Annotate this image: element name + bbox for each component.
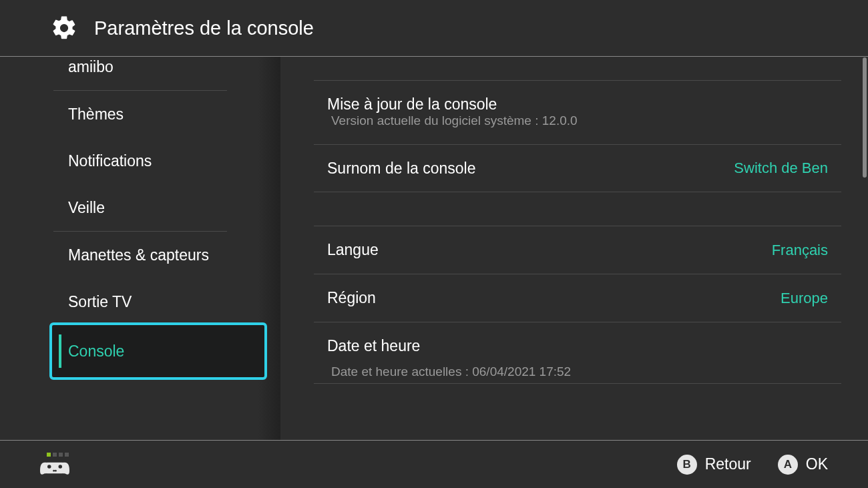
row-label: Surnom de la console: [327, 160, 475, 178]
row-console-nickname[interactable]: Surnom de la console Switch de Ben: [314, 144, 841, 192]
svg-rect-0: [45, 462, 65, 473]
settings-sidebar: amiibo Thèmes Notifications Veille Manet…: [0, 57, 280, 440]
b-button-icon: B: [677, 455, 697, 475]
controller-icon: [40, 459, 69, 477]
sidebar-item-label: Thèmes: [68, 105, 124, 124]
sidebar-item-label: Manettes & capteurs: [68, 246, 209, 264]
sidebar-item-sleep[interactable]: Veille: [0, 184, 280, 231]
sidebar-item-notifications[interactable]: Notifications: [0, 138, 280, 184]
row-system-update-subtext: Version actuelle du logiciel système : 1…: [314, 113, 841, 144]
row-label: Mise à jour de la console: [327, 95, 497, 113]
page-title: Paramètres de la console: [94, 17, 314, 39]
row-system-update[interactable]: Mise à jour de la console: [314, 80, 841, 117]
svg-point-2: [59, 465, 63, 469]
sidebar-item-console[interactable]: Console: [52, 325, 264, 377]
sidebar-item-label: Veille: [68, 199, 105, 217]
controller-status: [40, 453, 69, 477]
row-datetime[interactable]: Date et heure Date et heure actuelles : …: [314, 322, 841, 384]
back-label: Retour: [705, 455, 751, 473]
row-label: Région: [327, 289, 376, 307]
sidebar-item-amiibo[interactable]: amiibo: [0, 57, 280, 90]
row-value: Switch de Ben: [734, 160, 828, 177]
footer: B Retour A OK: [0, 440, 868, 488]
ok-button-hint[interactable]: A OK: [778, 455, 828, 475]
player-indicator-dots: [47, 453, 69, 457]
row-datetime-subtext: Date et heure actuelles : 06/04/2021 17:…: [327, 355, 571, 379]
a-button-icon: A: [778, 455, 798, 475]
svg-point-3: [53, 469, 55, 471]
svg-point-4: [55, 469, 57, 471]
sidebar-item-tv-output[interactable]: Sortie TV: [0, 278, 280, 325]
settings-gear-icon: [50, 14, 78, 42]
footer-actions: B Retour A OK: [677, 455, 828, 475]
row-language[interactable]: Langue Français: [314, 226, 841, 274]
main-area: amiibo Thèmes Notifications Veille Manet…: [0, 57, 868, 440]
row-label: Date et heure: [327, 337, 420, 355]
sidebar-item-controllers[interactable]: Manettes & capteurs: [0, 232, 280, 278]
row-region[interactable]: Région Europe: [314, 274, 841, 322]
svg-point-1: [47, 465, 51, 469]
sidebar-item-label: amiibo: [68, 58, 114, 76]
scrollbar[interactable]: [863, 57, 867, 178]
row-label: Langue: [327, 241, 379, 259]
row-value: Europe: [781, 290, 828, 307]
back-button-hint[interactable]: B Retour: [677, 455, 751, 475]
sidebar-item-label: Console: [68, 342, 124, 360]
settings-content: Mise à jour de la console Version actuel…: [280, 57, 868, 440]
sidebar-item-label: Sortie TV: [68, 293, 132, 311]
header: Paramètres de la console: [0, 0, 868, 57]
ok-label: OK: [806, 455, 828, 473]
sidebar-item-themes[interactable]: Thèmes: [0, 91, 280, 138]
sidebar-item-label: Notifications: [68, 152, 152, 170]
row-value: Français: [772, 242, 828, 259]
